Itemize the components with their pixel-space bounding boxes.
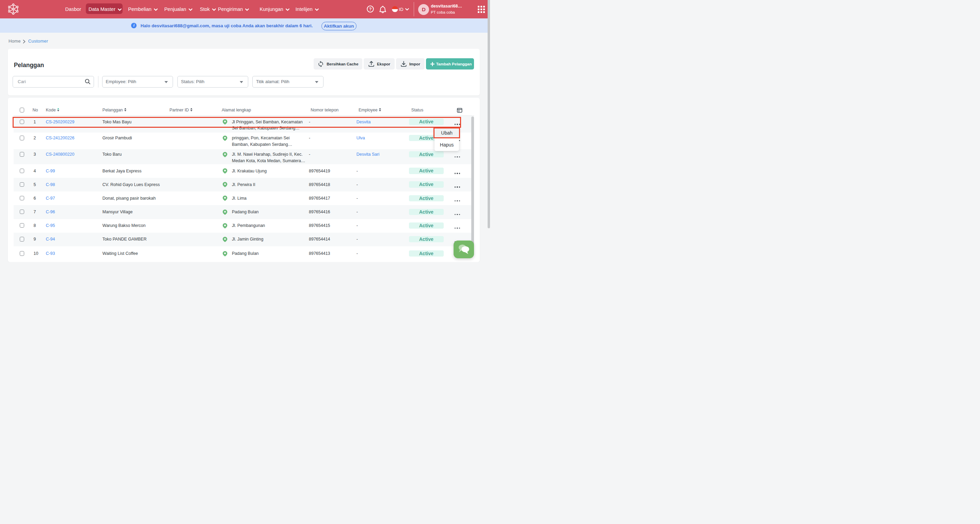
svg-text:?: ?: [369, 7, 372, 11]
